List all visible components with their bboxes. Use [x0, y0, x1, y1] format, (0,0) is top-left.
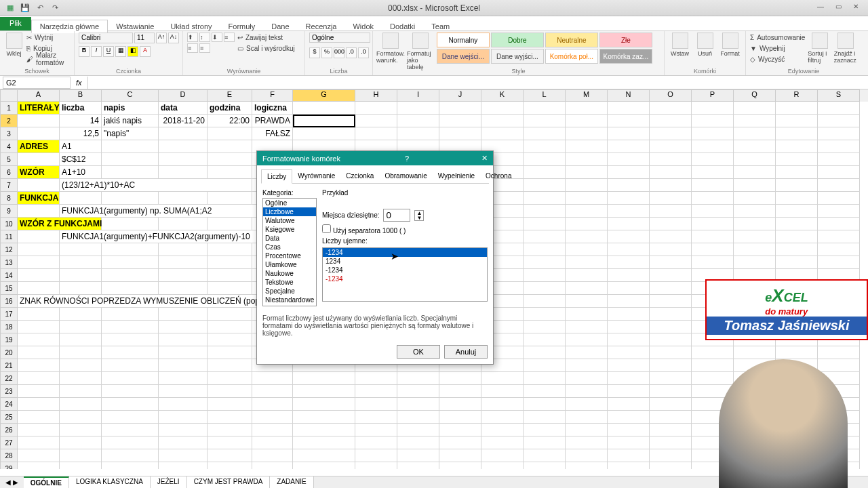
cell[interactable] [252, 462, 293, 469]
shrink-font-icon[interactable]: A↓ [168, 33, 179, 43]
cell[interactable] [608, 449, 650, 462]
cell[interactable] [566, 385, 608, 398]
cell[interactable] [650, 372, 692, 385]
cell[interactable] [397, 462, 439, 469]
cell[interactable] [397, 398, 439, 411]
cell[interactable] [566, 230, 608, 243]
cell[interactable] [439, 411, 481, 424]
cell[interactable] [102, 462, 159, 469]
fill-color-button[interactable]: ◧ [127, 46, 138, 57]
row-header[interactable]: 27 [0, 436, 18, 449]
column-header[interactable]: C [102, 89, 159, 102]
cell[interactable]: 2018-11-20 [159, 115, 208, 127]
merge-button[interactable]: ▭Scal i wyśrodkuj [237, 43, 295, 53]
cell[interactable] [481, 115, 524, 127]
grow-font-icon[interactable]: A↑ [156, 33, 167, 43]
row-header[interactable]: 14 [0, 269, 18, 282]
cell[interactable] [355, 102, 397, 115]
cell[interactable] [608, 230, 650, 243]
cell[interactable] [18, 385, 60, 398]
cell[interactable] [692, 153, 734, 166]
cell[interactable] [481, 127, 524, 140]
cell[interactable] [397, 449, 439, 462]
cell[interactable] [60, 282, 102, 295]
cell-style-item[interactable]: Dane wejści... [437, 49, 490, 64]
row-header[interactable]: 21 [0, 359, 18, 372]
cell[interactable] [650, 321, 692, 333]
cell[interactable] [776, 205, 818, 218]
category-item[interactable]: Walutowe [263, 216, 316, 225]
cell[interactable] [524, 115, 566, 127]
category-item[interactable]: Ogólne [263, 199, 316, 207]
column-header[interactable]: E [208, 89, 252, 102]
cell[interactable] [102, 359, 159, 372]
cell[interactable] [566, 359, 608, 372]
decrease-decimal-icon[interactable]: .0 [358, 47, 369, 58]
cell[interactable] [159, 372, 208, 385]
cell[interactable] [650, 424, 692, 436]
align-bottom-icon[interactable]: ⬇ [212, 33, 222, 42]
cell[interactable] [18, 256, 60, 269]
bold-button[interactable]: B [79, 46, 90, 57]
cell[interactable] [734, 166, 776, 179]
cell[interactable] [776, 256, 818, 269]
comma-icon[interactable]: 000 [334, 47, 344, 58]
cell[interactable] [481, 462, 524, 469]
cell[interactable] [692, 102, 734, 115]
dialog-tab[interactable]: Obramowanie [379, 169, 432, 183]
cell[interactable] [650, 192, 692, 205]
cell[interactable] [608, 346, 650, 359]
cell[interactable] [818, 192, 860, 205]
cell[interactable] [776, 115, 818, 127]
cell[interactable] [208, 462, 252, 469]
category-item[interactable]: Procentowe [263, 251, 316, 260]
cell[interactable] [159, 218, 208, 230]
cell[interactable] [566, 256, 608, 269]
cell[interactable] [608, 282, 650, 295]
cell[interactable] [102, 398, 159, 411]
cell[interactable] [159, 449, 208, 462]
cell[interactable] [208, 436, 252, 449]
cell[interactable] [355, 398, 397, 411]
cell[interactable] [102, 411, 159, 424]
cell[interactable] [208, 333, 252, 346]
cell[interactable] [650, 462, 692, 469]
cell[interactable] [524, 282, 566, 295]
cell[interactable] [397, 436, 439, 449]
cell[interactable] [60, 398, 102, 411]
cell[interactable] [734, 179, 776, 192]
row-header[interactable]: 24 [0, 398, 18, 411]
cell[interactable] [439, 115, 481, 127]
cell[interactable] [524, 179, 566, 192]
cell[interactable] [650, 346, 692, 359]
cell[interactable] [650, 205, 692, 218]
cell[interactable] [159, 256, 208, 269]
cell[interactable] [208, 166, 252, 179]
cell[interactable] [60, 385, 102, 398]
cell[interactable] [608, 102, 650, 115]
cell[interactable] [608, 243, 650, 256]
name-box[interactable]: G2 [3, 77, 71, 89]
cell[interactable] [481, 372, 524, 385]
cell[interactable] [481, 449, 524, 462]
cell[interactable] [524, 166, 566, 179]
sheet-tab[interactable]: JEŻELI [151, 476, 187, 488]
column-header[interactable]: F [252, 89, 293, 102]
cell[interactable] [650, 385, 692, 398]
cell[interactable] [608, 269, 650, 282]
cell[interactable] [18, 436, 60, 449]
column-header[interactable]: B [60, 89, 102, 102]
percent-icon[interactable]: % [321, 47, 332, 58]
cell[interactable] [102, 218, 159, 230]
cell[interactable] [60, 269, 102, 282]
autosum-button[interactable]: ΣAutosumowanie [750, 33, 805, 42]
cell[interactable] [208, 282, 252, 295]
column-header[interactable]: K [481, 89, 524, 102]
format-painter-button[interactable]: 🖌Malarz formatów [26, 54, 70, 64]
row-header[interactable]: 9 [0, 205, 18, 218]
cell[interactable] [650, 243, 692, 256]
cell[interactable] [566, 192, 608, 205]
category-item[interactable]: Tekstowe [263, 278, 316, 287]
align-top-icon[interactable]: ⬆ [187, 33, 198, 42]
cell[interactable]: ADRES [18, 140, 60, 153]
